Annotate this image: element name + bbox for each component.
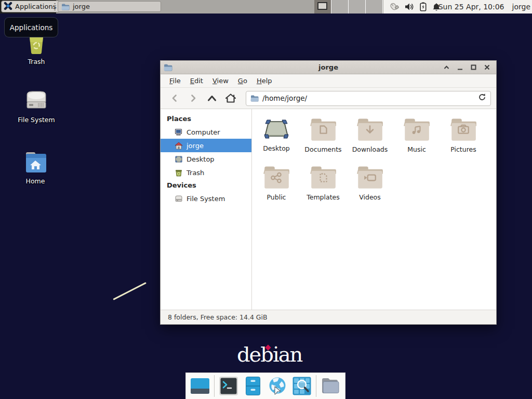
maximize-button[interactable] [468,62,480,73]
input-device-icon[interactable] [389,2,399,11]
system-tray [389,0,441,14]
minimize-button[interactable] [454,62,466,73]
sidebar-item-label: Trash [187,169,204,177]
file-public[interactable]: Public [253,164,300,212]
file-music[interactable]: Music [393,116,440,164]
file-label: Templates [307,193,340,201]
up-button[interactable] [204,90,220,106]
workspace-2[interactable] [331,0,349,14]
file-label: Downloads [352,145,388,153]
workspace-1[interactable] [314,0,331,14]
file-cabinet-icon[interactable] [243,376,263,396]
show-desktop-icon[interactable] [190,376,210,396]
sidebar-item-jorge[interactable]: jorge [161,139,251,152]
dock-separator [214,375,215,397]
window-titlebar[interactable]: jorge [161,61,496,74]
file-desktop[interactable]: Desktop [253,116,300,164]
documents-folder-icon [310,117,337,141]
sidebar-item-label: jorge [187,142,204,150]
trash-icon [175,169,183,177]
sidebar-item-desktop[interactable]: Desktop [161,152,251,166]
applications-logo-icon [4,2,12,12]
sidebar-item-label: File System [187,195,225,203]
file-label: Documents [304,145,341,153]
desktop-icon-label: Home [9,177,61,185]
file-label: Desktop [263,144,290,152]
workspace-window-thumb [317,2,327,10]
stray-line [113,282,147,300]
file-videos[interactable]: Videos [347,164,393,212]
status-text: 8 folders, Free space: 14.4 GiB [168,313,268,321]
applications-menu-label: Applications [15,3,56,10]
home-button[interactable] [223,90,238,106]
menu-file[interactable]: File [165,75,185,86]
sidebar-item-label: Desktop [187,155,215,163]
file-templates[interactable]: Templates [300,164,347,212]
templates-folder-icon [310,165,337,189]
statusbar: 8 folders, Free space: 14.4 GiB [161,310,496,324]
taskbar-window-button[interactable]: jorge [58,1,161,12]
desktop-folder-icon [263,117,290,140]
tooltip-text: Applications [10,23,52,32]
file-label: Music [407,145,426,153]
pictures-folder-icon [450,117,477,141]
menu-help[interactable]: Help [252,75,277,86]
sidebar-item-label: Computer [187,128,220,136]
files-folder-icon[interactable] [320,376,341,396]
menu-edit[interactable]: Edit [185,75,208,86]
file-label: Public [267,193,286,201]
desktop-filesystem-icon[interactable]: File System [10,87,62,124]
sidebar-item-filesystem[interactable]: File System [161,192,251,205]
workspace-switcher [314,0,383,14]
username-label[interactable]: jorge [512,3,530,11]
window-folder-icon [61,3,70,10]
web-browser-icon[interactable] [267,376,288,396]
toolbar: /home/jorge/ [161,88,496,109]
sidebar: Places Computer jorge [161,109,252,310]
workspace-3[interactable] [349,0,366,14]
path-folder-icon [250,95,259,102]
menu-go[interactable]: Go [233,75,252,86]
home-folder-icon [22,150,49,175]
file-label: Videos [359,193,381,201]
terminal-icon[interactable] [218,376,239,396]
videos-folder-icon [356,165,383,189]
reload-button[interactable] [478,93,486,103]
file-pictures[interactable]: Pictures [440,116,487,164]
desktop-home-icon[interactable]: Home [9,150,61,185]
public-folder-icon [263,165,290,189]
menubar: File Edit View Go Help [161,74,496,88]
panel-separator-grip[interactable] [54,3,56,10]
file-downloads[interactable]: Downloads [347,116,393,164]
sidebar-item-trash[interactable]: Trash [161,166,251,179]
app-finder-icon[interactable] [291,376,312,396]
dock [185,373,345,399]
close-button[interactable] [481,62,493,73]
desktop-icon-label: File System [10,116,62,124]
dock-separator [316,375,316,397]
places-header: Places [161,113,251,125]
applications-menu-button[interactable]: Applications [1,1,60,12]
workspace-4[interactable] [366,0,383,14]
window-body: Places Computer jorge [161,109,496,310]
file-documents[interactable]: Documents [300,116,347,164]
panel-clock-area: Sun 25 Apr, 10:06 jorge [438,0,530,14]
computer-icon [175,128,183,136]
path-field[interactable]: /home/jorge/ [246,91,491,106]
top-panel: Applications jorge [0,0,532,14]
menu-view[interactable]: View [208,75,233,86]
applications-tooltip: Applications [4,17,58,37]
harddrive-icon [23,87,50,113]
shade-button[interactable] [441,62,453,73]
desktop-icon [175,155,183,163]
volume-icon[interactable] [405,3,414,11]
sidebar-item-computer[interactable]: Computer [161,125,251,139]
file-grid: Desktop Documents Downloads [252,109,496,310]
path-text[interactable]: /home/jorge/ [262,94,474,102]
battery-icon[interactable] [420,2,427,11]
back-button[interactable] [167,90,182,106]
clock[interactable]: Sun 25 Apr, 10:06 [438,3,504,11]
desktop-icon-label: Trash [10,58,62,65]
forward-button[interactable] [185,90,201,106]
taskbar-window-label: jorge [73,3,90,10]
